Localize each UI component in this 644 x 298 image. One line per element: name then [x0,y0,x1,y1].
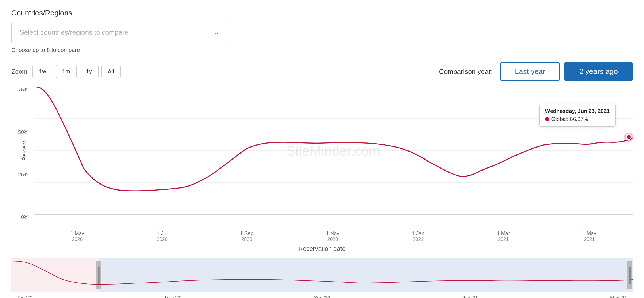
comparison-group: Comparison year: Last year 2 years ago [439,62,633,81]
chart-tooltip: Wednesday, Jun 23, 2021 Global: 66.37% [539,104,616,127]
tooltip-value: Global: 66.37% [551,116,588,122]
mini-x-jan21: Jan '21 [463,295,478,298]
y-label-75: 75% [11,87,31,93]
x-label-nov2020: 1 Nov 2020 [326,231,339,242]
x-axis-title: Reservation date [11,245,633,253]
x-label-jul2020: 1 Jul 2020 [157,231,168,242]
country-select[interactable]: Select countries/regions to compare ⌄ [11,22,227,43]
y-axis-title: Percent [21,141,28,161]
main-chart: 75% 50% 25% 0% Percent SiteMinder.com [11,87,633,229]
two-years-ago-button[interactable]: 2 years ago [564,62,633,81]
y-label-0: 0% [11,214,31,220]
zoom-all-button[interactable]: All [101,65,121,78]
mini-x-may20: May '20 [165,295,181,298]
x-label-mar2021: 1 Mar 2021 [497,231,510,242]
tooltip-dot [545,117,549,121]
zoom-1m-button[interactable]: 1m [56,65,77,78]
zoom-label: Zoom [11,68,27,75]
chart-svg-wrapper: SiteMinder.com Wednesday, Jun 23, 2021 G… [34,87,633,215]
zoom-1w-button[interactable]: 1w [32,65,53,78]
mini-x-jan20: Jan '20 [17,295,32,298]
chart-area: 75% 50% 25% 0% Percent SiteMinder.com [11,87,633,253]
y-label-25: 25% [11,172,31,178]
mini-chart-container [11,258,633,292]
mini-x-may21: May '21 [610,295,627,298]
svg-rect-5 [11,258,99,292]
last-year-button[interactable]: Last year [500,62,560,81]
svg-rect-6 [99,258,633,292]
x-label-may2020: 1 May 2020 [70,231,84,242]
chart-end-dot [626,134,632,140]
section-label: Countries/Regions [11,9,633,17]
tooltip-date: Wednesday, Jun 23, 2021 [545,108,610,114]
x-label-sep2020: 1 Sep 2020 [240,231,254,242]
x-label-jan2021: 1 Jan 2021 [412,231,424,242]
y-label-50: 50% [11,129,31,135]
x-label-may2021: 1 May 2021 [582,231,596,242]
zoom-group: Zoom 1w 1m 1y All [11,65,121,78]
mini-x-labels: Jan '20 May '20 Sep '20 Jan '21 May '21 [11,295,633,298]
chevron-down-icon: ⌄ [214,29,219,36]
x-axis-labels: 1 May 2020 1 Jul 2020 1 Sep 2020 1 Nov 2… [11,231,633,242]
comparison-label: Comparison year: [439,68,493,76]
select-placeholder: Select countries/regions to compare [20,28,128,36]
helper-text: Choose up to 8 to compare [11,47,633,53]
mini-chart-svg [11,258,633,292]
mini-x-sep20: Sep '20 [314,295,330,298]
zoom-1y-button[interactable]: 1y [80,65,99,78]
